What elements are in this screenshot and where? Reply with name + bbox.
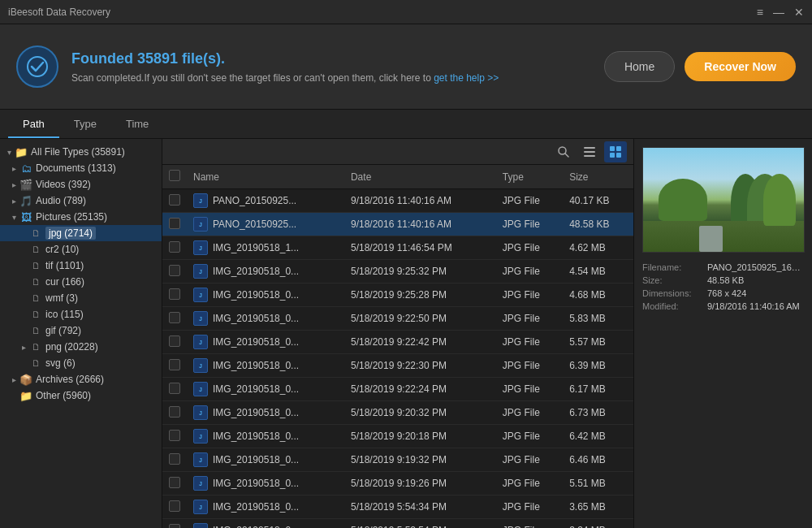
table-row[interactable]: JIMG_20190518_0...5/18/2019 9:22:30 PMJP… — [162, 354, 633, 378]
tree-toggle-videos[interactable]: ▸ — [8, 180, 19, 189]
row-date: 9/18/2016 11:40:16 AM — [344, 189, 496, 213]
row-size: 5.83 MB — [563, 307, 633, 331]
row-checkbox[interactable] — [169, 359, 180, 370]
row-checkbox[interactable] — [169, 218, 180, 229]
table-row[interactable]: JPANO_20150925...9/18/2016 11:40:16 AMJP… — [162, 189, 633, 213]
svg-line-2 — [565, 154, 568, 157]
tree-item-all-file-types[interactable]: ▾ 📁 All File Types (35891) — [0, 144, 162, 160]
table-row[interactable]: JIMG_20190518_0...5/18/2019 9:20:32 PMJP… — [162, 401, 633, 425]
jpg-file-icon: J — [193, 382, 208, 396]
row-date: 5/18/2019 9:25:32 PM — [344, 260, 496, 283]
row-size: 6.46 MB — [563, 448, 633, 472]
file-icon-wmf: 🗋 — [29, 292, 42, 305]
tab-path[interactable]: Path — [8, 111, 59, 138]
row-checkbox[interactable] — [169, 406, 180, 418]
jpg-file-icon: J — [193, 452, 208, 467]
audio-folder-icon: 🎵 — [19, 194, 32, 207]
home-button[interactable]: Home — [604, 51, 675, 82]
col-size[interactable]: Size — [563, 165, 633, 189]
table-row[interactable]: JIMG_20190518_0...5/18/2019 9:20:18 PMJP… — [162, 425, 633, 448]
grid-view-button[interactable] — [604, 141, 627, 162]
col-type[interactable]: Type — [496, 165, 563, 189]
tree-item-documents[interactable]: ▸ 🗂 Documents (1313) — [0, 160, 162, 176]
recover-now-button[interactable]: Recover Now — [685, 52, 796, 81]
tree-item-gif[interactable]: ▸ 🗋 gif (792) — [0, 322, 162, 339]
search-button[interactable] — [552, 141, 575, 162]
row-checkbox[interactable] — [169, 241, 180, 253]
row-type: JPG File — [496, 401, 563, 425]
row-checkbox[interactable] — [169, 312, 180, 323]
tree-label-gif: gif (792) — [45, 325, 81, 336]
row-type: JPG File — [496, 331, 563, 354]
tree-item-videos[interactable]: ▸ 🎬 Videos (392) — [0, 176, 162, 193]
table-row[interactable]: JIMG_20190518_0...5/18/2019 9:19:26 PMJP… — [162, 472, 633, 496]
row-checkbox-cell — [162, 260, 187, 283]
table-row[interactable]: JPANO_20150925...9/18/2016 11:40:16 AMJP… — [162, 213, 633, 236]
row-checkbox[interactable] — [169, 453, 180, 465]
file-tree-sidebar: ▾ 📁 All File Types (35891) ▸ 🗂 Documents… — [0, 139, 162, 528]
table-row[interactable]: JIMG_20190518_0...5/18/2019 9:22:42 PMJP… — [162, 331, 633, 354]
file-icon-cr2: 🗋 — [29, 243, 42, 256]
tree-item-ico[interactable]: ▸ 🗋 ico (115) — [0, 306, 162, 322]
header: Founded 35891 file(s). Scan completed.If… — [0, 24, 812, 110]
row-name: JIMG_20190518_0... — [187, 331, 344, 354]
row-checkbox-cell — [162, 401, 187, 425]
tree-item-wmf[interactable]: ▸ 🗋 wmf (3) — [0, 290, 162, 306]
tree-item-audio[interactable]: ▸ 🎵 Audio (789) — [0, 193, 162, 209]
table-row[interactable]: JIMG_20190518_0...5/18/2019 5:54:34 PMJP… — [162, 496, 633, 519]
tree-toggle-documents[interactable]: ▸ — [8, 164, 19, 173]
tree-toggle-pictures[interactable]: ▾ — [8, 213, 19, 222]
tree-item-cur[interactable]: ▸ 🗋 cur (166) — [0, 274, 162, 290]
tree-toggle-archives[interactable]: ▸ — [8, 375, 19, 384]
row-size: 40.17 KB — [563, 189, 633, 213]
row-checkbox-cell — [162, 331, 187, 354]
tree-item-pictures[interactable]: ▾ 🖼 Pictures (25135) — [0, 209, 162, 225]
menu-icon[interactable]: ≡ — [757, 6, 763, 18]
table-row[interactable]: JIMG_20190518_1...5/18/2019 11:46:54 PMJ… — [162, 236, 633, 260]
row-checkbox[interactable] — [169, 524, 180, 529]
table-row[interactable]: JIMG_20190518_0...5/18/2019 9:25:28 PMJP… — [162, 283, 633, 307]
tree-item-archives[interactable]: ▸ 📦 Archives (2666) — [0, 371, 162, 387]
minimize-button[interactable]: — — [773, 6, 784, 18]
tree-toggle-root[interactable]: ▾ — [3, 148, 15, 157]
row-checkbox[interactable] — [169, 430, 180, 441]
header-text: Founded 35891 file(s). Scan completed.If… — [71, 50, 591, 84]
row-checkbox[interactable] — [169, 477, 180, 488]
row-size: 4.54 MB — [563, 260, 633, 283]
col-name[interactable]: Name — [187, 165, 344, 189]
row-name: JIMG_20190518_0... — [187, 519, 344, 529]
tree-item-png[interactable]: ▸ 🗋 png (20228) — [0, 339, 162, 355]
table-row[interactable]: JIMG_20190518_0...5/18/2019 9:19:32 PMJP… — [162, 448, 633, 472]
row-checkbox[interactable] — [169, 383, 180, 394]
tree-item-tif[interactable]: ▸ 🗋 tif (1101) — [0, 258, 162, 274]
table-row[interactable]: JIMG_20190518_0...5/18/2019 5:52:54 PMJP… — [162, 519, 633, 529]
tree-item-other[interactable]: ▸ 📁 Other (5960) — [0, 387, 162, 404]
tree-item-cr2[interactable]: ▸ 🗋 cr2 (10) — [0, 241, 162, 258]
doc-folder-icon: 🗂 — [19, 162, 32, 175]
table-row[interactable]: JIMG_20190518_0...5/18/2019 9:25:32 PMJP… — [162, 260, 633, 283]
tree-toggle-png[interactable]: ▸ — [18, 343, 29, 352]
col-date[interactable]: Date — [344, 165, 496, 189]
title-bar: iBeesoft Data Recovery ≡ — ✕ — [0, 0, 812, 24]
svg-rect-3 — [584, 147, 595, 149]
row-checkbox[interactable] — [169, 194, 180, 206]
tree-item-jpg[interactable]: ▸ 🗋 jpg (2714) — [0, 225, 162, 241]
help-link[interactable]: get the help >> — [434, 72, 499, 84]
list-view-button[interactable] — [578, 141, 601, 162]
tab-time[interactable]: Time — [111, 111, 163, 138]
table-row[interactable]: JIMG_20190518_0...5/18/2019 9:22:50 PMJP… — [162, 307, 633, 331]
row-checkbox[interactable] — [169, 265, 180, 276]
filename-label: Filename: — [642, 262, 707, 272]
table-row[interactable]: JIMG_20190518_0...5/18/2019 9:22:24 PMJP… — [162, 378, 633, 401]
row-checkbox[interactable] — [169, 335, 180, 347]
row-checkbox[interactable] — [169, 500, 180, 512]
row-checkbox[interactable] — [169, 288, 180, 300]
select-all-checkbox[interactable] — [169, 170, 180, 181]
row-size: 6.73 MB — [563, 401, 633, 425]
row-type: JPG File — [496, 472, 563, 496]
tree-toggle-audio[interactable]: ▸ — [8, 197, 19, 206]
tab-type[interactable]: Type — [59, 111, 111, 138]
tree-item-svg[interactable]: ▸ 🗋 svg (6) — [0, 355, 162, 371]
close-button[interactable]: ✕ — [794, 6, 804, 18]
info-modified-row: Modified: 9/18/2016 11:40:16 AM — [642, 301, 804, 311]
